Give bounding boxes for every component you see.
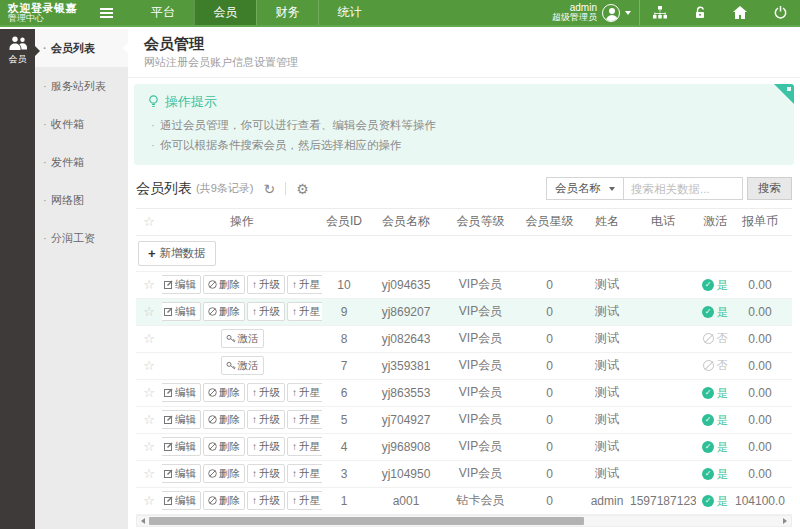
active-cell: ✓是 否 xyxy=(696,433,734,460)
sidebar-item-outbox[interactable]: 发件箱 xyxy=(35,143,128,181)
edit-button[interactable]: 编辑 xyxy=(162,491,201,510)
edit-pencil-icon xyxy=(164,280,173,289)
delete-button[interactable]: 删除 xyxy=(203,464,245,483)
table-row: ☆ 编辑 删除 ↑ 升级 ↑ 升星 xyxy=(136,298,792,325)
horizontal-scrollbar[interactable] xyxy=(136,515,792,527)
delete-button[interactable]: 删除 xyxy=(203,383,245,402)
home-icon[interactable] xyxy=(720,0,760,25)
user-menu[interactable]: admin 超级管理员 xyxy=(552,0,639,25)
check-circle-icon: ✓ xyxy=(702,468,714,480)
ban-icon xyxy=(208,496,217,505)
upgrade-button[interactable]: ↑ 升级 xyxy=(247,437,285,456)
edit-button[interactable]: 编辑 xyxy=(162,275,201,294)
upgrade-button[interactable]: ↑ 升级 xyxy=(247,383,285,402)
edit-button[interactable]: 编辑 xyxy=(162,302,201,321)
edit-button[interactable]: 编辑 xyxy=(162,410,201,429)
delete-button[interactable]: 删除 xyxy=(203,275,245,294)
logout-power-icon[interactable] xyxy=(760,0,800,25)
add-data-button[interactable]: + 新增数据 xyxy=(138,241,216,266)
sidebar-item-inbox[interactable]: 收件箱 xyxy=(35,105,128,143)
collapse-corner-icon[interactable] xyxy=(774,84,794,104)
upgrade-button[interactable]: ↑ 升级 xyxy=(247,275,285,294)
upstar-button[interactable]: ↑ 升星 xyxy=(287,410,322,429)
upgrade-button[interactable]: ↑ 升级 xyxy=(247,410,285,429)
check-circle-icon: ✓ xyxy=(702,441,714,453)
menu-toggle-icon[interactable] xyxy=(100,0,126,25)
star-toggle[interactable]: ☆ xyxy=(136,325,162,352)
upgrade-button[interactable]: ↑ 升级 xyxy=(247,302,285,321)
ban-icon xyxy=(208,307,217,316)
delete-button[interactable]: 删除 xyxy=(203,437,245,456)
col-member-name: 会员名称 xyxy=(366,209,446,235)
sidebar-menu: 会员列表 服务站列表 收件箱 发件箱 网络图 分润工资 xyxy=(35,29,128,529)
activate-button[interactable]: 激活 xyxy=(221,329,264,348)
ban-icon xyxy=(208,469,217,478)
upstar-button[interactable]: ↑ 升星 xyxy=(287,275,322,294)
unlock-icon[interactable] xyxy=(680,0,720,25)
refresh-icon[interactable]: ↻ xyxy=(263,182,275,196)
chevron-down-icon xyxy=(609,187,615,191)
star-toggle[interactable]: ☆ xyxy=(136,487,162,514)
edit-button[interactable]: 编辑 xyxy=(162,383,201,402)
real-name-cell: 测试 xyxy=(584,406,630,433)
sidebar-item-member-list[interactable]: 会员列表 xyxy=(35,29,128,67)
star-toggle[interactable]: ☆ xyxy=(136,460,162,487)
upstar-button[interactable]: ↑ 升星 xyxy=(287,302,322,321)
edit-pencil-icon xyxy=(164,496,173,505)
avatar[interactable] xyxy=(602,4,620,22)
member-name-cell: yj863553 xyxy=(366,379,446,406)
tip-line: 你可以根据条件搜索会员，然后选择相应的操作 xyxy=(148,135,780,155)
module-members[interactable]: 会员 xyxy=(0,29,35,72)
table-row: ☆ 编辑 删除 ↑ 升级 ↑ 升星 xyxy=(136,487,792,514)
upgrade-button[interactable]: ↑ 升级 xyxy=(247,464,285,483)
star-toggle[interactable]: ☆ xyxy=(136,406,162,433)
check-circle-icon: ✓ xyxy=(702,495,714,507)
edit-pencil-icon xyxy=(164,469,173,478)
delete-button[interactable]: 删除 xyxy=(203,491,245,510)
delete-button[interactable]: 删除 xyxy=(203,302,245,321)
sidebar-item-station-list[interactable]: 服务站列表 xyxy=(35,67,128,105)
star-all-toggle[interactable]: ☆ xyxy=(136,209,162,235)
up-arrow-icon: ↑ xyxy=(252,442,257,452)
star-toggle[interactable]: ☆ xyxy=(136,271,162,298)
phone-cell xyxy=(630,379,696,406)
star-toggle[interactable]: ☆ xyxy=(136,379,162,406)
star-toggle[interactable]: ☆ xyxy=(136,352,162,379)
edit-button[interactable]: 编辑 xyxy=(162,464,201,483)
member-name-cell: yj094635 xyxy=(366,271,446,298)
search-field-select[interactable]: 会员名称 xyxy=(546,177,623,200)
nav-platform[interactable]: 平台 xyxy=(132,0,194,25)
star-toggle[interactable]: ☆ xyxy=(136,433,162,460)
coin-cell: 0.00 xyxy=(734,406,786,433)
check-circle-icon: ✓ xyxy=(702,279,714,291)
table-row: ☆ 编辑 删除 ↑ 升级 ↑ 升星 xyxy=(136,325,792,352)
activate-button[interactable]: 激活 xyxy=(221,356,264,375)
scroll-left-arrow[interactable] xyxy=(137,518,149,524)
upgrade-button[interactable]: ↑ 升级 xyxy=(247,491,285,510)
col-active: 激活 xyxy=(696,209,734,235)
star-toggle[interactable]: ☆ xyxy=(136,298,162,325)
edit-button[interactable]: 编辑 xyxy=(162,437,201,456)
sidebar-item-network-map[interactable]: 网络图 xyxy=(35,181,128,219)
nav-statistics[interactable]: 统计 xyxy=(318,0,380,25)
member-id-cell: 7 xyxy=(322,352,366,379)
scrollbar-thumb[interactable] xyxy=(149,517,584,525)
coin-cell: 0.00 xyxy=(734,460,786,487)
active-yes-badge: ✓是 xyxy=(702,494,728,509)
nav-finance[interactable]: 财务 xyxy=(256,0,318,25)
search-input[interactable] xyxy=(623,177,743,200)
upstar-button[interactable]: ↑ 升星 xyxy=(287,383,322,402)
scroll-right-arrow[interactable] xyxy=(779,518,791,524)
delete-button[interactable]: 删除 xyxy=(203,410,245,429)
upstar-button[interactable]: ↑ 升星 xyxy=(287,437,322,456)
col-coin: 报单币 xyxy=(734,209,786,235)
upstar-button[interactable]: ↑ 升星 xyxy=(287,464,322,483)
settings-gear-icon[interactable]: ⚙ xyxy=(296,182,309,196)
sidebar-item-profit-salary[interactable]: 分润工资 xyxy=(35,219,128,257)
active-cell: ✓是 否 xyxy=(696,352,734,379)
search-button[interactable]: 搜索 xyxy=(747,177,792,200)
nav-members[interactable]: 会员 xyxy=(194,0,256,25)
sitemap-icon[interactable] xyxy=(640,0,680,25)
upstar-button[interactable]: ↑ 升星 xyxy=(287,491,322,510)
member-name-cell: yj082643 xyxy=(366,325,446,352)
